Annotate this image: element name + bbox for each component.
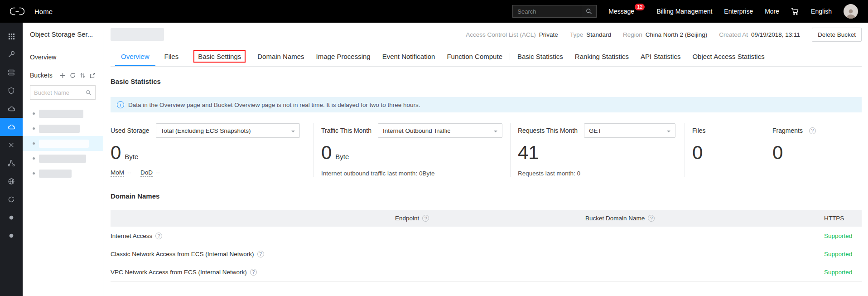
endpoint-column-header: Endpoint <box>395 215 419 222</box>
enterprise-link[interactable]: Enterprise <box>724 8 753 15</box>
product-dot-icon[interactable] <box>0 227 23 245</box>
tab-image-processing[interactable]: Image Processing <box>310 46 376 66</box>
sidebar-item-overview[interactable]: Overview <box>30 53 96 61</box>
chevron-down-icon <box>667 131 670 134</box>
traffic-select[interactable]: Internet Outbound Traffic <box>378 123 502 138</box>
bucket-list-item[interactable] <box>23 121 103 136</box>
bullet-dot-icon <box>33 127 35 130</box>
tab-function-compute[interactable]: Function Compute <box>441 46 508 66</box>
used-storage-select[interactable]: Total (Excluding ECS Snapshots) <box>156 123 300 138</box>
bucket-list <box>23 106 103 181</box>
bucket-list-item[interactable] <box>23 151 103 166</box>
tools-icon[interactable] <box>0 45 23 63</box>
refresh-icon[interactable] <box>70 73 76 78</box>
help-icon[interactable] <box>809 127 816 134</box>
tab-basic-settings[interactable]: Basic Settings <box>188 46 251 66</box>
product-icon-strip <box>0 23 23 296</box>
fragments-value: 0 <box>772 143 783 162</box>
region-meta: Region China North 2 (Beijing) <box>623 31 707 38</box>
stats-row: Used Storage Total (Excluding ECS Snapsh… <box>111 123 862 177</box>
bucket-search <box>30 85 96 100</box>
tab-overview[interactable]: Overview <box>115 46 155 66</box>
bucket-list-item[interactable] <box>23 166 103 181</box>
https-status: Supported <box>824 269 862 276</box>
tab-basic-settings-label: Basic Settings <box>198 53 241 60</box>
acl-meta: Access Control List (ACL) Private <box>466 31 558 38</box>
product-dot-icon[interactable] <box>0 209 23 227</box>
help-icon[interactable] <box>422 215 429 222</box>
message-badge: 12 <box>635 4 645 10</box>
expand-icon[interactable] <box>90 73 96 78</box>
search-icon[interactable] <box>581 5 596 17</box>
chevron-down-icon <box>494 131 497 134</box>
notice-text: Data in the Overview page and Bucket Ove… <box>128 102 420 108</box>
topbar-search-input[interactable] <box>513 8 581 15</box>
help-icon[interactable] <box>250 269 257 276</box>
tab-basic-statistics[interactable]: Basic Statistics <box>511 46 569 66</box>
type-meta: Type Standard <box>570 31 611 38</box>
topbar-search <box>512 5 597 18</box>
bullet-dot-icon <box>33 112 35 115</box>
region-label: Region <box>623 31 642 38</box>
files-panel: Files 0 <box>685 123 765 177</box>
used-storage-unit: Byte <box>125 153 138 160</box>
notice-banner: Data in the Overview page and Bucket Ove… <box>111 97 862 112</box>
row-label-classic-network: Classic Network Access from ECS (Interna… <box>111 251 254 257</box>
cloud-icon[interactable] <box>0 100 23 118</box>
sort-icon[interactable] <box>80 73 86 78</box>
cdn-refresh-icon[interactable] <box>0 190 23 209</box>
language-switch[interactable]: English <box>811 8 832 15</box>
tab-separator <box>186 53 186 60</box>
bucket-list-item[interactable] <box>23 106 103 121</box>
used-storage-select-value: Total (Excluding ECS Snapshots) <box>161 127 251 134</box>
requests-select[interactable]: GET <box>584 123 675 138</box>
traffic-select-value: Internet Outbound Traffic <box>383 127 450 134</box>
https-status: Supported <box>824 233 862 239</box>
domain-names-table: Endpoint Bucket Domain Name HTTPS Intern… <box>111 210 862 281</box>
tab-bar: Overview Files Basic Settings Domain Nam… <box>111 46 862 67</box>
fragments-panel: Fragments 0 <box>765 123 862 177</box>
traffic-subtext: Internet outbound traffic last month: 0B… <box>321 170 506 177</box>
mom-link[interactable]: MoM -- <box>111 169 131 177</box>
help-icon[interactable] <box>257 251 264 257</box>
bucket-name-redacted <box>39 110 83 118</box>
main-content: Access Control List (ACL) Private Type S… <box>103 23 868 296</box>
created-meta: Created At 09/19/2018, 13:11 <box>719 31 800 38</box>
traffic-label: Traffic This Month <box>321 127 371 134</box>
tab-domain-names[interactable]: Domain Names <box>251 46 310 66</box>
tab-object-access-statistics[interactable]: Object Access Statistics <box>686 46 770 66</box>
security-shield-icon[interactable] <box>0 82 23 100</box>
help-icon[interactable] <box>155 233 162 239</box>
message-link[interactable]: Message 12 <box>608 8 645 15</box>
network-icon[interactable] <box>0 154 23 172</box>
home-link[interactable]: Home <box>34 8 53 15</box>
tab-event-notification[interactable]: Event Notification <box>376 46 441 66</box>
globe-icon[interactable] <box>0 172 23 190</box>
requests-panel: Requests This Month GET 41 Requests last… <box>510 123 685 177</box>
requests-subtext: Requests last month: 0 <box>518 170 680 177</box>
cart-icon[interactable] <box>791 8 799 15</box>
bucket-search-input[interactable] <box>30 89 86 96</box>
server-icon[interactable] <box>0 63 23 82</box>
billing-management-link[interactable]: Billing Management <box>656 8 712 15</box>
requests-value: 41 <box>518 143 539 162</box>
acl-value: Private <box>539 31 558 38</box>
oss-icon[interactable] <box>0 118 23 136</box>
bucket-name-redacted <box>39 155 86 163</box>
tab-separator <box>157 53 157 60</box>
delete-bucket-button[interactable]: Delete Bucket <box>812 28 862 42</box>
bucket-list-item-selected[interactable] <box>23 136 103 151</box>
add-bucket-icon[interactable] <box>60 73 66 78</box>
dod-link[interactable]: DoD -- <box>140 169 160 177</box>
avatar[interactable] <box>844 4 858 19</box>
help-icon[interactable] <box>648 215 655 222</box>
tab-ranking-statistics[interactable]: Ranking Statistics <box>569 46 635 66</box>
table-row: Classic Network Access from ECS (Interna… <box>111 245 862 263</box>
tab-files[interactable]: Files <box>159 46 185 66</box>
bucket-search-icon[interactable] <box>86 90 92 96</box>
alibaba-cloud-logo-icon[interactable] <box>10 7 24 16</box>
more-link[interactable]: More <box>765 8 779 15</box>
apps-grid-icon[interactable] <box>0 27 23 45</box>
compute-icon[interactable] <box>0 136 23 154</box>
tab-api-statistics[interactable]: API Statistics <box>635 46 686 66</box>
